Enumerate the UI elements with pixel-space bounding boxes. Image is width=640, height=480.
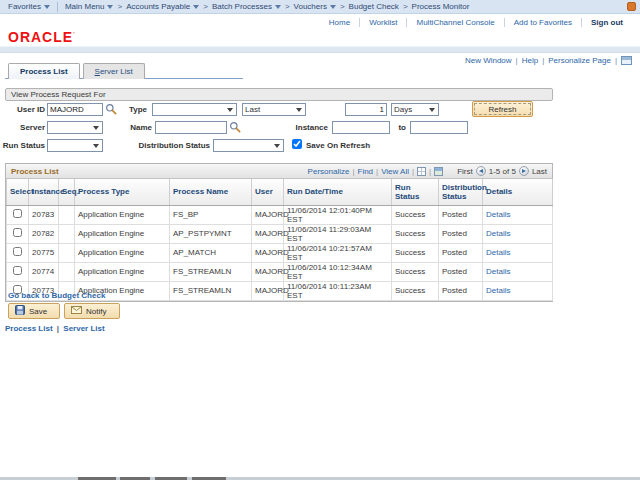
details-link[interactable]: Details <box>486 229 510 238</box>
row-select-checkbox[interactable] <box>13 266 22 275</box>
cell-user: MAJORD <box>252 281 284 300</box>
download-grid-icon[interactable] <box>417 167 426 176</box>
personalize-link[interactable]: Personalize <box>308 167 350 176</box>
user-id-lookup-icon[interactable] <box>105 103 117 115</box>
sign-out-link[interactable]: Sign out <box>581 18 632 27</box>
view-all-link[interactable]: View All <box>381 167 409 176</box>
grid-title-bar: Process List Personalize | Find | View A… <box>6 164 552 179</box>
breadcrumb-label: Vouchers <box>294 2 327 11</box>
last-select[interactable]: Last <box>242 103 306 116</box>
toolbar-divider: | <box>429 167 431 176</box>
add-to-favorites-link[interactable]: Add to Favorites <box>504 18 581 27</box>
table-row: 20782 Application Engine AP_PSTPYMNT MAJ… <box>7 224 553 243</box>
cell-distribution-status: Posted <box>439 243 483 262</box>
cell-process-type: Application Engine <box>75 243 170 262</box>
details-link[interactable]: Details <box>486 267 510 276</box>
cell-process-name: AP_PSTPYMNT <box>170 224 252 243</box>
cell-instance: 20783 <box>29 205 59 224</box>
details-link[interactable]: Details <box>486 248 510 257</box>
col-process-name: Process Name <box>170 179 252 205</box>
navbar-icon[interactable] <box>627 2 636 11</box>
grid-title: Process List <box>11 167 59 176</box>
cell-process-name: FS_STREAMLN <box>170 281 252 300</box>
chevron-down-icon <box>296 108 302 112</box>
new-window-link[interactable]: New Window <box>465 56 512 65</box>
cell-run-status: Success <box>392 224 439 243</box>
grid-pagination: First 1-5 of 5 Last <box>457 166 547 176</box>
details-link[interactable]: Details <box>486 286 510 295</box>
chevron-down-icon <box>93 126 99 130</box>
link-divider: | <box>516 56 518 65</box>
type-label: Type <box>117 105 147 115</box>
cell-instance: 20774 <box>29 262 59 281</box>
multichannel-console-link[interactable]: MultiChannel Console <box>406 18 503 27</box>
chevron-down-icon <box>227 108 233 112</box>
breadcrumb-budget-check[interactable]: Budget Check <box>349 2 399 11</box>
worklist-link[interactable]: Worklist <box>359 18 406 27</box>
row-select-checkbox[interactable] <box>13 209 22 218</box>
name-label: Name <box>117 123 152 133</box>
distribution-status-select[interactable] <box>213 139 284 152</box>
notify-button[interactable]: Notify <box>64 303 120 319</box>
process-list-bottom-link[interactable]: Process List <box>5 324 53 333</box>
cell-run-status: Success <box>392 281 439 300</box>
instance-from-input[interactable] <box>332 121 390 134</box>
days-unit-value: Days <box>394 105 412 114</box>
tab-label: Process List <box>20 67 68 76</box>
days-count-input[interactable] <box>345 103 387 116</box>
cell-process-name: FS_STREAMLN <box>170 262 252 281</box>
cell-instance: 20775 <box>29 243 59 262</box>
save-button-label: Save <box>29 307 47 316</box>
home-link[interactable]: Home <box>320 18 359 27</box>
breadcrumb-main-menu[interactable]: Main Menu <box>65 2 114 11</box>
cell-user: MAJORD <box>252 205 284 224</box>
type-select[interactable] <box>152 103 237 116</box>
name-input[interactable] <box>155 121 227 134</box>
run-status-select[interactable] <box>47 139 103 152</box>
toolbar-divider: | <box>376 167 378 176</box>
server-list-bottom-link[interactable]: Server List <box>63 324 104 333</box>
tab-process-list[interactable]: Process List <box>8 63 80 79</box>
server-select[interactable] <box>47 121 103 134</box>
next-page-icon[interactable] <box>519 166 529 176</box>
breadcrumb-accounts-payable[interactable]: Accounts Payable <box>126 2 199 11</box>
cell-process-type: Application Engine <box>75 205 170 224</box>
cell-user: MAJORD <box>252 262 284 281</box>
cell-run-datetime: 11/06/2014 10:21:57AM EST <box>284 243 392 262</box>
details-link[interactable]: Details <box>486 210 510 219</box>
chevron-down-icon <box>429 108 435 112</box>
user-id-input[interactable] <box>47 103 103 116</box>
chevron-down-icon <box>330 5 336 9</box>
name-lookup-icon[interactable] <box>229 121 241 133</box>
breadcrumb-gt: > <box>203 2 208 11</box>
cell-seq <box>59 243 75 262</box>
refresh-button[interactable]: Refresh <box>472 101 533 117</box>
help-link[interactable]: Help <box>522 56 538 65</box>
breadcrumb-separator-line <box>57 2 58 12</box>
days-unit-select[interactable]: Days <box>391 103 439 116</box>
save-button[interactable]: Save <box>8 303 60 319</box>
tab-server-list[interactable]: Server List <box>83 63 145 79</box>
go-back-link[interactable]: Go back to Budget Check <box>8 291 105 300</box>
personalize-page-icon[interactable] <box>621 56 632 65</box>
breadcrumb-batch-processes[interactable]: Batch Processes <box>212 2 281 11</box>
spreadsheet-icon[interactable] <box>434 167 443 176</box>
breadcrumb: Favorites Main Menu > Accounts Payable >… <box>0 0 640 14</box>
breadcrumb-favorites-menu[interactable]: Favorites <box>8 2 50 11</box>
table-row: 20775 Application Engine AP_MATCH MAJORD… <box>7 243 553 262</box>
instance-to-input[interactable] <box>410 121 468 134</box>
save-on-refresh-checkbox[interactable] <box>292 139 302 149</box>
row-select-checkbox[interactable] <box>13 247 22 256</box>
link-divider: | <box>615 56 617 65</box>
oracle-logo: ORACLE’ <box>8 29 76 45</box>
notify-envelope-icon <box>71 306 82 316</box>
previous-page-icon[interactable] <box>476 166 486 176</box>
cell-run-datetime: 11/06/2014 10:11:23AM EST <box>284 281 392 300</box>
personalize-page-link[interactable]: Personalize Page <box>548 56 611 65</box>
notify-button-label: Notify <box>86 307 106 316</box>
process-table: Select Instance Seq. Process Type Proces… <box>6 179 553 301</box>
chevron-down-icon <box>44 5 50 9</box>
find-link[interactable]: Find <box>358 167 374 176</box>
breadcrumb-vouchers[interactable]: Vouchers <box>294 2 336 11</box>
row-select-checkbox[interactable] <box>13 228 22 237</box>
